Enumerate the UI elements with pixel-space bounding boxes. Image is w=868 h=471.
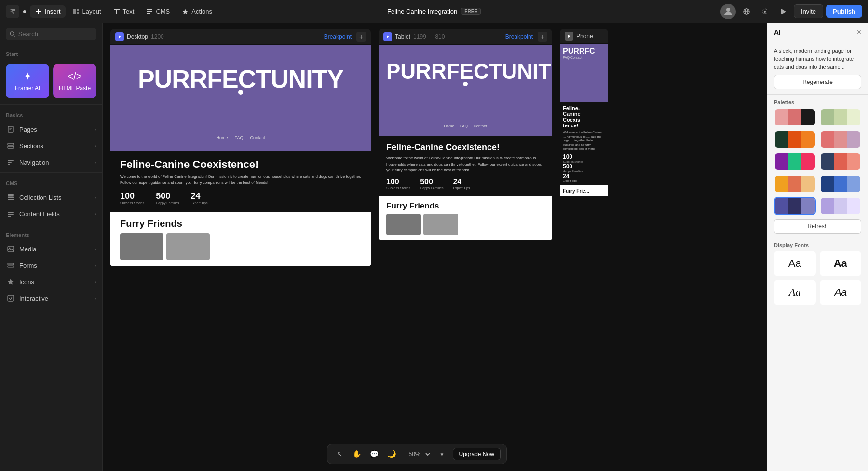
desktop-play-btn[interactable] — [115, 32, 124, 41]
desktop-canvas[interactable]: PURRFECTUNITY Home FAQ Contact Feline-Ca… — [110, 45, 371, 266]
fonts-grid: Aa Aa Aa Aa — [774, 251, 861, 305]
sidebar-item-interactive[interactable]: Interactive › — [0, 290, 102, 306]
content-section: Feline-Canine Coexistence! Welcome to th… — [110, 151, 371, 212]
content-desc: Welcome to the world of Feline-Canine In… — [120, 174, 361, 186]
sidebar-item-pages[interactable]: Pages › — [0, 121, 102, 138]
ai-panel: AI × A sleek, modern landing page for te… — [767, 23, 868, 471]
sidebar-item-media[interactable]: Media › — [0, 241, 102, 257]
search-input-wrap[interactable] — [6, 28, 96, 40]
framer-ai-card[interactable]: ✦ Framer AI — [6, 64, 49, 98]
palette-9[interactable] — [774, 197, 816, 215]
layout-button[interactable]: Layout — [68, 5, 106, 18]
content-fields-chevron: › — [95, 211, 96, 217]
upgrade-now-button[interactable]: Upgrade Now — [452, 448, 500, 460]
globe-icon-btn[interactable] — [739, 4, 754, 19]
svg-point-8 — [726, 8, 730, 12]
regenerate-button[interactable]: Regenerate — [774, 75, 861, 89]
comment-tool-btn[interactable]: 💬 — [367, 447, 381, 461]
palette-6[interactable] — [820, 152, 862, 171]
html-paste-icon: </> — [68, 71, 82, 82]
palette-10[interactable] — [820, 197, 862, 215]
palette-5[interactable] — [774, 152, 816, 171]
sidebar-item-navigation[interactable]: Navigation › — [0, 154, 102, 170]
settings-icon-btn[interactable] — [757, 4, 773, 19]
viewport-phone: Phone PURRFC FAQ Contact Feline-CanineCo… — [560, 29, 608, 196]
svg-marker-37 — [568, 35, 570, 38]
phone-play-btn[interactable] — [565, 32, 573, 41]
search-input[interactable] — [18, 30, 93, 38]
font-item-2[interactable]: Aa — [820, 251, 862, 276]
font-item-4[interactable]: Aa — [820, 280, 862, 305]
svg-rect-7 — [147, 13, 150, 14]
forms-icon — [6, 261, 15, 270]
zoom-select[interactable]: 50% 75% 100% — [407, 450, 431, 458]
media-icon — [6, 244, 15, 254]
font-item-1[interactable]: Aa — [774, 251, 816, 276]
dark-mode-btn[interactable]: 🌙 — [385, 447, 398, 461]
svg-rect-6 — [147, 11, 152, 12]
icons-chevron: › — [95, 279, 96, 285]
ai-prompt-text: A sleek, modern landing page for teachin… — [774, 47, 861, 71]
palette-1[interactable] — [774, 108, 816, 126]
insert-button[interactable]: Insert — [30, 5, 66, 18]
svg-rect-15 — [8, 126, 13, 132]
viewport-tablet: Tablet 1199 — 810 Breakpoint + PURRFECTU… — [379, 29, 552, 240]
palette-3[interactable] — [774, 130, 816, 149]
cards-grid: ✦ Framer AI </> HTML Paste — [0, 60, 102, 102]
svg-rect-4 — [77, 12, 79, 14]
cms-label: CMS — [0, 175, 102, 189]
palette-refresh-button[interactable]: Refresh — [774, 219, 861, 234]
palette-2[interactable] — [820, 108, 862, 126]
hand-tool-btn[interactable]: ✋ — [350, 447, 364, 461]
sidebar-item-content-fields[interactable]: Content Fields › — [0, 206, 102, 222]
desktop-add-btn[interactable]: + — [356, 32, 366, 42]
tablet-breakpoint-btn[interactable]: Breakpoint — [502, 32, 536, 41]
tablet-play-btn[interactable] — [383, 32, 392, 41]
phone-canvas[interactable]: PURRFC FAQ Contact Feline-CanineCoexiste… — [560, 44, 608, 196]
svg-rect-20 — [8, 160, 14, 161]
svg-rect-5 — [147, 9, 152, 10]
sidebar-item-sections[interactable]: Sections › — [0, 138, 102, 154]
palette-4[interactable] — [820, 130, 862, 149]
tablet-add-btn[interactable]: + — [538, 32, 547, 42]
html-paste-card[interactable]: </> HTML Paste — [53, 64, 96, 98]
svg-rect-3 — [77, 9, 79, 11]
sidebar-item-icons[interactable]: Icons › — [0, 274, 102, 290]
svg-rect-28 — [8, 216, 11, 217]
zoom-dropdown-icon[interactable]: ▼ — [435, 447, 448, 461]
tablet-canvas[interactable]: PURRFECTUNITY Home FAQ Contact Feline-Ca… — [379, 45, 552, 240]
topbar-right: Invite Publish — [720, 4, 862, 19]
invite-button[interactable]: Invite — [794, 4, 823, 18]
cms-button[interactable]: CMS — [141, 5, 175, 18]
svg-marker-12 — [781, 9, 786, 14]
palette-7[interactable] — [774, 175, 816, 193]
collection-chevron: › — [95, 194, 96, 200]
pages-icon — [6, 125, 15, 134]
font-item-3[interactable]: Aa — [774, 280, 816, 305]
sidebar-item-forms[interactable]: Forms › — [0, 257, 102, 274]
sidebar-item-collection-lists[interactable]: Collection Lists › — [0, 189, 102, 206]
svg-rect-31 — [8, 263, 14, 265]
svg-rect-32 — [8, 266, 14, 267]
publish-button[interactable]: Publish — [826, 5, 862, 18]
svg-marker-35 — [119, 35, 121, 38]
tablet-hero: PURRFECTUNITY Home FAQ Contact — [379, 45, 552, 136]
svg-rect-2 — [73, 9, 76, 14]
cursor-tool-btn[interactable]: ↖ — [333, 447, 346, 461]
actions-button[interactable]: Actions — [176, 5, 217, 18]
svg-rect-19 — [8, 146, 14, 148]
svg-rect-27 — [8, 214, 14, 215]
palette-8[interactable] — [820, 175, 862, 193]
avatar[interactable] — [720, 4, 736, 19]
bottom-toolbar: ↖ ✋ 💬 🌙 50% 75% 100% ▼ Upgrade Now — [326, 444, 506, 464]
sections-icon — [6, 141, 15, 151]
logo-dropdown[interactable] — [23, 10, 26, 13]
svg-rect-22 — [8, 164, 10, 165]
furry-img-1 — [120, 233, 163, 260]
play-icon-btn[interactable] — [775, 4, 791, 19]
forms-chevron: › — [95, 263, 96, 268]
desktop-breakpoint-btn[interactable]: Breakpoint — [321, 32, 354, 41]
ai-panel-close-btn[interactable]: × — [857, 28, 861, 37]
framer-logo[interactable] — [6, 5, 19, 18]
text-button[interactable]: Text — [108, 5, 139, 18]
